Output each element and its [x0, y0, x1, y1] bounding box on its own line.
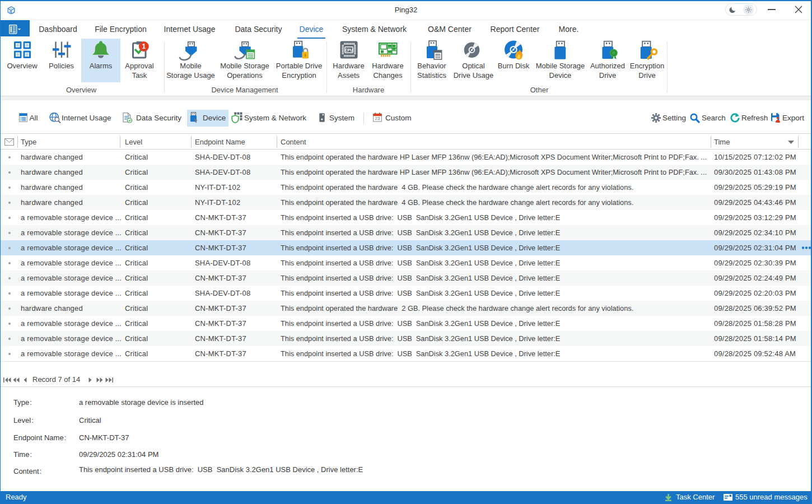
- svg-text:23: 23: [375, 116, 380, 121]
- svg-text:1: 1: [142, 43, 146, 50]
- svg-text:CPU: CPU: [345, 48, 353, 52]
